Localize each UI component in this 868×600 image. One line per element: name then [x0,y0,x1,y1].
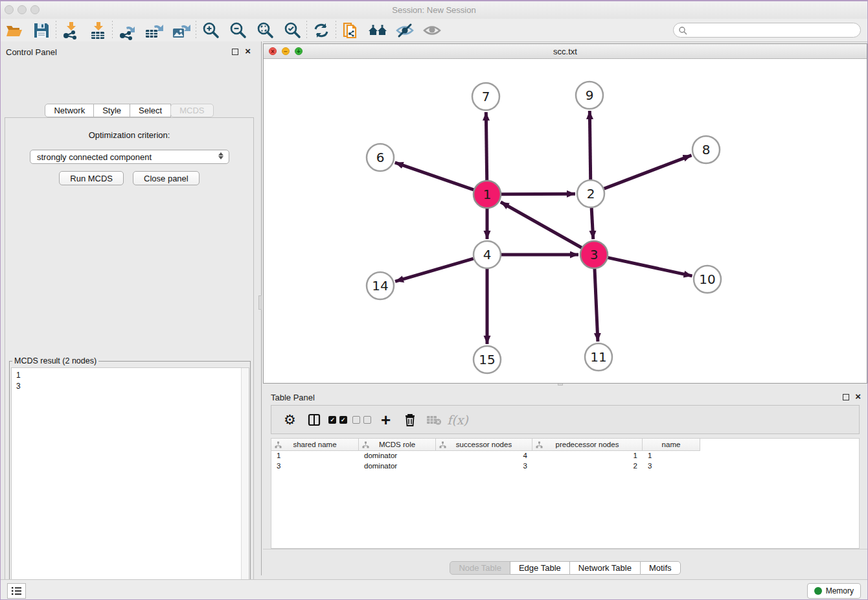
zoom-selected-icon[interactable] [279,20,306,41]
toolbar-separator [56,21,56,40]
trash-icon[interactable] [398,410,422,430]
tab-network-table[interactable]: Network Table [569,561,641,575]
home-icon[interactable] [364,20,391,41]
memory-button[interactable]: Memory [807,583,861,599]
criterion-select[interactable]: strongly connected component [30,150,229,164]
tab-mcds[interactable]: MCDS [170,104,213,117]
table-body: 1dominator4113dominator323 [271,451,859,472]
tab-network[interactable]: Network [45,104,94,117]
float-table-panel-icon[interactable] [843,394,849,400]
table-cell: 2 [532,461,643,472]
export-table-icon[interactable] [141,20,168,41]
table-cell: 3 [271,461,359,472]
result-scrollbar[interactable] [241,368,249,600]
graph-edge-3-10[interactable] [608,258,692,276]
import-table-icon[interactable] [84,20,111,41]
close-panel-icon[interactable]: × [245,45,251,57]
export-image-icon[interactable] [168,20,195,41]
zoom-fit-icon[interactable] [251,20,279,41]
zoom-in-icon[interactable] [197,20,224,41]
graph-edge-1-7[interactable] [486,112,486,180]
graph-edge-4-14[interactable] [395,259,474,281]
status-bar: Memory [1,579,867,600]
column-header-predecessor-nodes[interactable]: predecessor nodes [532,439,643,451]
checked-boxes-icon[interactable]: ✓ ✓ [326,410,350,430]
splitter-grip[interactable] [258,295,262,310]
toolbar-separator [306,21,307,40]
refresh-icon[interactable] [308,20,335,41]
add-icon[interactable]: + [374,410,398,430]
graph-edge-3-1[interactable] [501,202,582,248]
mcds-result-title: MCDS result (2 nodes) [12,356,98,365]
function-icon: f(x) [446,410,470,430]
toolbar-separator [196,21,196,40]
run-mcds-button[interactable]: Run MCDS [59,171,124,185]
graph-node-label-8: 8 [702,142,711,157]
criterion-value: strongly connected component [37,152,152,162]
open-file-icon[interactable] [1,20,28,41]
graph-node-label-4: 4 [483,247,492,262]
unchecked-boxes-icon[interactable] [350,410,374,430]
search-input[interactable] [690,26,860,35]
column-header-name[interactable]: name [643,439,700,451]
node-table[interactable]: shared nameMCDS rolesuccessor nodesprede… [271,438,860,549]
search-box[interactable] [673,23,861,38]
network-graph: 1234678910111415 [264,59,867,383]
table-cell: 1 [271,451,359,461]
graph-edge-2-3[interactable] [591,208,593,239]
hide-eye-icon[interactable] [391,20,418,41]
tab-node-table[interactable]: Node Table [450,561,510,575]
control-panel-title: Control Panel [6,47,57,57]
network-window-titlebar[interactable]: × − + scc.txt [264,44,867,59]
list-icon [11,586,22,595]
optimization-criterion-label: Optimization criterion: [5,130,253,140]
tab-style[interactable]: Style [93,104,130,117]
float-panel-icon[interactable] [232,49,238,55]
tab-motifs[interactable]: Motifs [640,561,681,575]
close-table-panel-icon[interactable]: × [855,391,861,402]
control-panel-tabs: Network Style Select MCDS [1,104,258,117]
result-line: 1 [16,370,249,381]
table-toolbar: ⚙ ✓ ✓ + [271,405,860,434]
split-pane-icon[interactable] [302,410,326,430]
table-cell: 4 [436,451,532,461]
table-cell: 3 [643,461,700,472]
graph-edge-1-2[interactable] [501,194,575,194]
close-panel-button[interactable]: Close panel [133,171,200,185]
column-header-shared-name[interactable]: shared name [271,439,359,451]
graph-node-label-3: 3 [590,247,599,262]
tab-edge-table[interactable]: Edge Table [510,561,570,575]
tab-select[interactable]: Select [130,104,171,117]
memory-label: Memory [826,586,854,595]
graph-edge-3-11[interactable] [595,269,598,341]
network-canvas[interactable]: 1234678910111415 [264,59,867,383]
table-row[interactable]: 1dominator411 [271,451,859,461]
zoom-out-icon[interactable] [224,20,251,41]
graph-node-label-6: 6 [376,150,385,165]
save-session-icon[interactable] [28,20,55,41]
column-header-successor-nodes[interactable]: successor nodes [436,439,532,451]
result-line: 3 [16,381,249,392]
mcds-result-box[interactable]: 13 [11,367,249,600]
graph-edge-2-8[interactable] [604,156,692,189]
task-history-button[interactable] [7,583,26,599]
mcds-panel: Optimization criterion: strongly connect… [5,117,254,600]
graph-edge-1-6[interactable] [395,163,474,190]
table-cell: 3 [436,461,532,472]
column-header-MCDS-role[interactable]: MCDS role [359,439,436,451]
toolbar-separator [112,21,113,40]
control-panel: Control Panel × Network Style Select MCD… [1,41,258,575]
show-eye-icon [418,20,446,41]
import-network-icon[interactable] [57,20,84,41]
table-tabs: Node Table Edge Table Network Table Moti… [263,561,867,575]
graph-edge-2-9[interactable] [589,111,590,179]
clone-network-icon[interactable] [337,20,364,41]
select-stepper-icon [218,152,223,159]
graph-node-label-9: 9 [586,87,594,103]
export-network-icon[interactable] [113,20,141,41]
gear-icon[interactable]: ⚙ [278,410,302,430]
table-panel: Table Panel × ⚙ ✓ ✓ + [263,387,867,575]
table-row[interactable]: 3dominator323 [271,461,859,472]
main-toolbar [1,19,867,42]
vertical-splitter[interactable] [258,41,263,575]
